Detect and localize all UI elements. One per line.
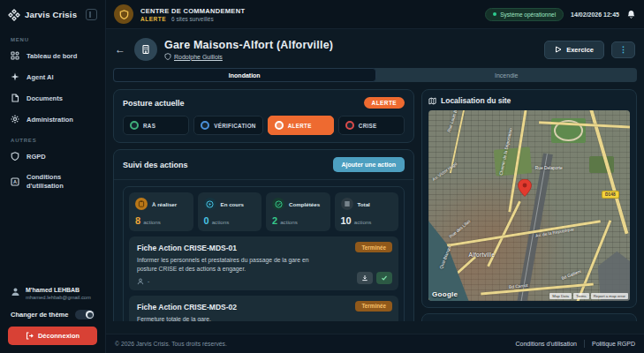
- footer-terms-link[interactable]: Conditions d'utilisation: [516, 341, 577, 347]
- terms-link[interactable]: Terms: [573, 293, 589, 299]
- list-icon: [341, 198, 353, 210]
- map-railway: [515, 153, 553, 301]
- map-title: Localisation du site: [441, 96, 511, 105]
- download-icon: [361, 274, 368, 282]
- right-area: CENTRE DE COMMANDEMENT ALERTE 6 sites su…: [106, 0, 644, 353]
- footer-rgpd-link[interactable]: Politique RGPD: [592, 341, 635, 347]
- user-email: mhamed.lehbab@gmail.com: [26, 295, 91, 300]
- logout-button[interactable]: Déconnexion: [8, 327, 97, 345]
- sparkle-icon: [11, 72, 19, 81]
- posture-options: RAS VÉRIFICATION ALERTE: [123, 116, 405, 135]
- crise-ring-icon: [345, 121, 354, 130]
- user-block[interactable]: M'hamed LEHBAB mhamed.lehbab@gmail.com: [0, 282, 105, 304]
- sites-count: 6 sites surveillés: [171, 16, 214, 22]
- map[interactable]: Rue Louis Blanc Chemin de la Déportation…: [428, 110, 630, 301]
- jarvis-logo-icon: [8, 9, 20, 21]
- footer-separator: [584, 340, 585, 348]
- action-card[interactable]: Fiche Action CRISE-MDS-01 Terminée Infor…: [129, 237, 398, 290]
- stat-value: 2: [272, 215, 277, 226]
- gear-icon: [11, 115, 19, 124]
- kebab-menu-button[interactable]: ⋮: [611, 41, 635, 58]
- ras-ring-icon: [130, 121, 139, 130]
- download-button[interactable]: [357, 272, 373, 284]
- command-center-title: CENTRE DE COMMANDEMENT: [140, 7, 245, 15]
- sidebar-item-agent-ai[interactable]: Agent AI: [0, 66, 105, 87]
- stat-label: En cours: [221, 201, 244, 207]
- theme-label: Changer de thème: [11, 311, 68, 319]
- menu-section-label: MENU: [11, 37, 95, 42]
- action-description: Informer les personnels et prestataires …: [137, 256, 330, 274]
- actions-panel: Suivi des actions Ajouter une action: [113, 149, 414, 321]
- dashboard-icon: [11, 51, 19, 60]
- top-header: CENTRE DE COMMANDEMENT ALERTE 6 sites su…: [106, 0, 644, 29]
- terms-icon: A: [11, 177, 19, 186]
- street-label: Rue Delaporte: [535, 166, 563, 170]
- play-icon: [555, 46, 562, 53]
- exercise-label: Exercice: [566, 46, 594, 54]
- page-title: Gare Maisons-Alfort (Alforville): [164, 39, 333, 51]
- page-header: ← Gare Maisons-Alfort (Alforville) Rodol…: [113, 34, 637, 68]
- map-data-link[interactable]: Map Data: [549, 293, 572, 299]
- posture-option-ras[interactable]: RAS: [123, 116, 189, 135]
- stat-card-completed: Complétées 2 actions: [266, 192, 330, 231]
- posture-label: VÉRIFICATION: [214, 123, 256, 129]
- title-block: Gare Maisons-Alfort (Alforville) Rodolph…: [164, 39, 333, 60]
- action-card[interactable]: Fiche Action CRISE-MDS-02 Terminée Ferme…: [129, 296, 398, 321]
- command-center-block: CENTRE DE COMMANDEMENT ALERTE 6 sites su…: [140, 7, 245, 22]
- back-button[interactable]: ←: [115, 43, 127, 56]
- map-icon: [428, 97, 436, 105]
- secondary-right-panel: [421, 313, 637, 321]
- stat-unit: actions: [354, 219, 372, 225]
- posture-option-verification[interactable]: VÉRIFICATION: [193, 116, 263, 135]
- validate-button[interactable]: [376, 272, 392, 284]
- document-icon: [11, 94, 19, 102]
- guardian-shield-icon: [164, 53, 171, 60]
- sidebar-item-administration[interactable]: Administration: [0, 109, 105, 130]
- sidebar-item-documents[interactable]: Documents: [0, 87, 105, 109]
- posture-label: RAS: [143, 123, 155, 129]
- current-posture-badge: ALERTE: [364, 97, 405, 109]
- sidebar-item-terms[interactable]: A Conditions d'utilisation: [0, 167, 105, 197]
- sidebar-item-rgpd[interactable]: RGPD: [0, 146, 105, 167]
- report-error-link[interactable]: Report a map error: [591, 293, 628, 299]
- shield-icon: [11, 152, 19, 161]
- location-pin-icon: [518, 179, 532, 197]
- play-circle-icon: [204, 198, 216, 210]
- actions-title: Suivi des actions: [123, 161, 188, 169]
- map-attribution: Map Data Terms Report a map error: [549, 293, 628, 299]
- left-column: Posture actuelle ALERTE RAS VÉRIFICATION: [113, 89, 414, 321]
- app-window: Jarvis Crisis MENU Tableau de bord Agent…: [0, 0, 644, 353]
- system-status-label: Système opérationnel: [500, 11, 556, 18]
- posture-panel: Posture actuelle ALERTE RAS VÉRIFICATION: [113, 89, 414, 143]
- sidebar-item-label: RGPD: [27, 153, 46, 161]
- stat-unit: actions: [280, 219, 298, 225]
- footer: © 2026 Jarvis Crisis. Tous droits réserv…: [106, 334, 644, 353]
- exercise-button[interactable]: Exercice: [544, 41, 604, 59]
- actions-inner-box: À réaliser 8 actions: [123, 186, 405, 321]
- sidebar-item-dashboard[interactable]: Tableau de bord: [0, 45, 105, 66]
- posture-label: CRISE: [359, 123, 377, 129]
- sidebar-spacer: [0, 197, 105, 282]
- tab-incendie[interactable]: Incendie: [376, 68, 638, 82]
- sidebar-item-label: Documents: [27, 94, 63, 102]
- action-title: Fiche Action CRISE-MDS-01: [137, 244, 390, 252]
- bell-icon[interactable]: [626, 10, 636, 19]
- theme-row: Changer de thème: [0, 304, 105, 325]
- add-action-button[interactable]: Ajouter une action: [333, 157, 405, 172]
- clipboard-icon: [135, 198, 148, 210]
- theme-toggle[interactable]: [75, 310, 95, 319]
- action-title: Fiche Action CRISE-MDS-02: [137, 303, 390, 312]
- manager-link[interactable]: Rodolphe Guillois: [174, 54, 223, 60]
- posture-option-crise[interactable]: CRISE: [338, 116, 405, 135]
- sidebar: Jarvis Crisis MENU Tableau de bord Agent…: [0, 0, 106, 353]
- user-avatar-icon: [11, 287, 20, 297]
- sidebar-item-label: Administration: [27, 116, 73, 124]
- status-badge: Terminée: [355, 301, 392, 312]
- sidebar-collapse-icon[interactable]: [86, 9, 97, 20]
- tab-inondation[interactable]: Inondation: [113, 68, 376, 82]
- content-columns: Posture actuelle ALERTE RAS VÉRIFICATION: [113, 89, 637, 321]
- moon-icon: [86, 311, 94, 319]
- main-content: ← Gare Maisons-Alfort (Alforville) Rodol…: [106, 29, 644, 334]
- stat-value: 10: [341, 215, 352, 226]
- posture-option-alerte[interactable]: ALERTE: [268, 116, 334, 135]
